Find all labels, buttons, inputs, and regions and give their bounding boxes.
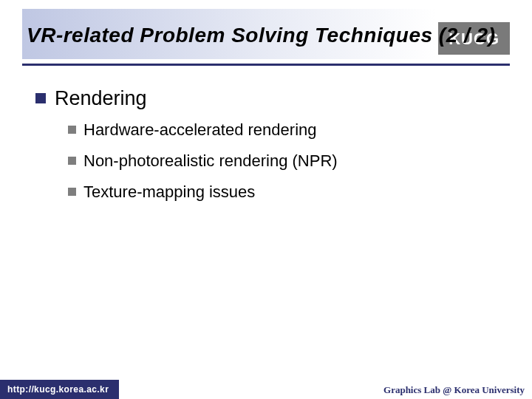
- footer-url: http://kucg.korea.ac.kr: [0, 380, 119, 399]
- content-area: Rendering Hardware-accelerated rendering…: [35, 87, 494, 214]
- bullet-level1: Rendering: [35, 87, 494, 110]
- list-item: Hardware-accelerated rendering: [83, 120, 317, 140]
- bullet-level2: Hardware-accelerated rendering: [68, 120, 494, 140]
- square-bullet-icon: [35, 93, 46, 103]
- list-item: Non-photorealistic rendering (NPR): [83, 151, 338, 171]
- list-item: Texture-mapping issues: [83, 183, 255, 202]
- heading-text: Rendering: [55, 87, 147, 110]
- bullet-level2: Texture-mapping issues: [68, 183, 494, 202]
- slide-title: VR-related Problem Solving Techniques (2…: [22, 23, 495, 48]
- square-bullet-icon: [68, 157, 76, 165]
- title-bar: VR-related Problem Solving Techniques (2…: [22, 7, 510, 63]
- square-bullet-icon: [68, 188, 76, 196]
- bullet-level2: Non-photorealistic rendering (NPR): [68, 151, 494, 171]
- divider: [22, 64, 510, 66]
- square-bullet-icon: [68, 126, 76, 134]
- footer-credit: Graphics Lab @ Korea University: [383, 384, 525, 396]
- slide: VR-related Problem Solving Techniques (2…: [0, 0, 532, 399]
